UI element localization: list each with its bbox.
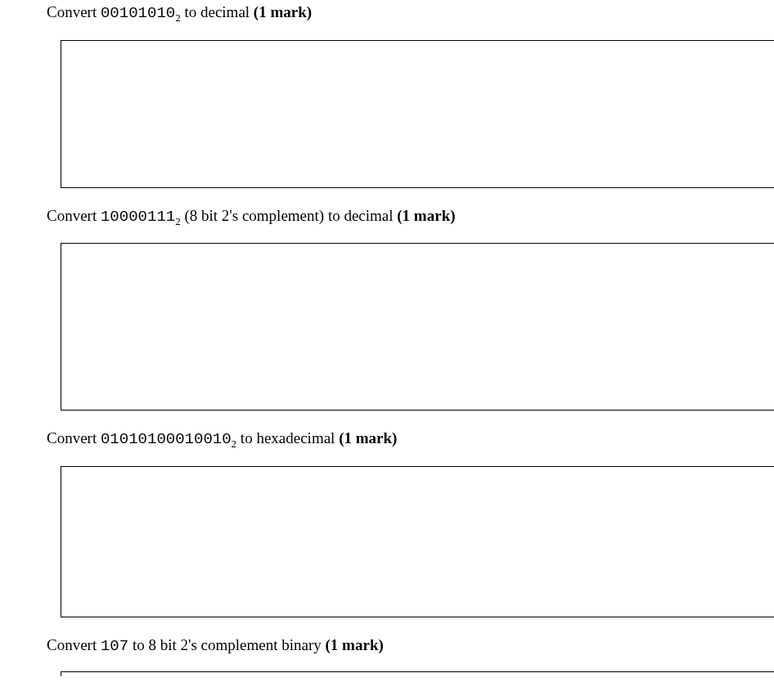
question-text: Convert 010101000100102 to hexadecimal (…: [47, 429, 774, 451]
question-block-3: Convert 010101000100102 to hexadecimal (…: [47, 429, 774, 617]
question-prefix: Convert: [47, 429, 101, 446]
question-value: 01010100010010: [101, 430, 232, 448]
question-prefix: Convert: [47, 3, 101, 20]
question-marks: (1 mark): [397, 207, 455, 224]
answer-box[interactable]: [61, 466, 774, 617]
question-block-2: Convert 100001112 (8 bit 2's complement)…: [47, 206, 774, 411]
question-target: to 8 bit 2's complement binary: [128, 636, 325, 653]
question-target: to hexadecimal: [236, 429, 339, 446]
question-block-4: Convert 107 to 8 bit 2's complement bina…: [47, 635, 774, 676]
question-prefix: Convert: [47, 207, 101, 224]
question-text: Convert 100001112 (8 bit 2's complement)…: [47, 206, 774, 229]
question-text: Convert 001010102 to decimal (1 mark): [47, 2, 774, 25]
question-value: 107: [101, 637, 128, 655]
question-text: Convert 107 to 8 bit 2's complement bina…: [47, 635, 774, 657]
question-marks: (1 mark): [339, 429, 397, 446]
answer-box[interactable]: [61, 40, 774, 188]
answer-box[interactable]: [61, 243, 774, 411]
question-marks: (1 mark): [254, 3, 312, 20]
question-value: 00101010: [101, 4, 175, 22]
question-value: 10000111: [101, 208, 175, 226]
question-marks: (1 mark): [326, 636, 384, 653]
answer-box[interactable]: [61, 671, 774, 676]
question-target: to decimal: [181, 3, 254, 20]
question-block-1: Convert 001010102 to decimal (1 mark): [47, 2, 774, 188]
question-prefix: Convert: [47, 636, 101, 653]
question-target: (8 bit 2's complement) to decimal: [181, 207, 398, 224]
